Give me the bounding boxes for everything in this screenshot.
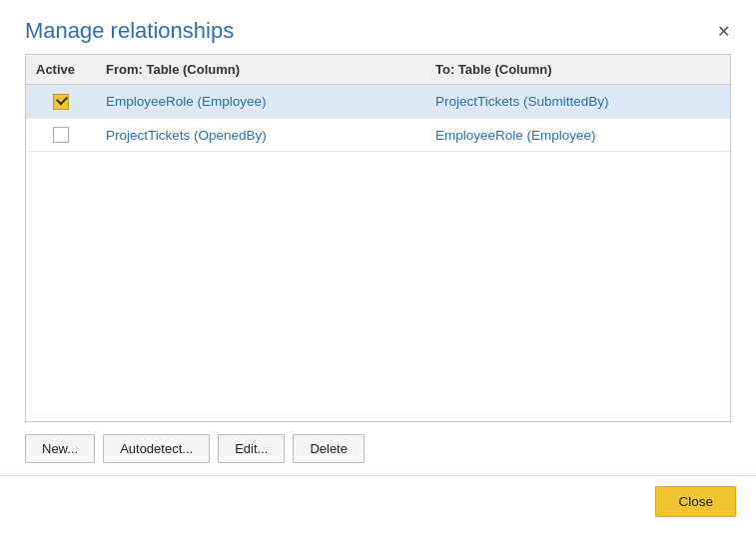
autodetect-button[interactable]: Autodetect... [103, 434, 210, 463]
relationships-table: Active From: Table (Column) To: Table (C… [26, 55, 730, 152]
from-cell: ProjectTickets (OpenedBy) [96, 118, 425, 151]
dialog-title: Manage relationships [25, 18, 234, 44]
table-row[interactable]: ProjectTickets (OpenedBy)EmployeeRole (E… [26, 118, 730, 151]
table-row[interactable]: EmployeeRole (Employee)ProjectTickets (S… [26, 85, 730, 118]
dialog-header: Manage relationships ✕ [0, 0, 756, 54]
delete-button[interactable]: Delete [293, 434, 365, 463]
to-cell: EmployeeRole (Employee) [425, 118, 730, 151]
active-cell [26, 85, 96, 118]
edit-button[interactable]: Edit... [218, 434, 285, 463]
checkbox-unchecked-icon [53, 127, 69, 143]
col-header-to: To: Table (Column) [425, 55, 730, 85]
close-icon[interactable]: ✕ [711, 22, 736, 42]
from-cell: EmployeeRole (Employee) [96, 85, 425, 118]
col-header-from: From: Table (Column) [96, 55, 425, 85]
active-cell [26, 118, 96, 151]
to-cell: ProjectTickets (SubmittedBy) [425, 85, 730, 118]
dialog-footer: Close [0, 475, 756, 533]
col-header-active: Active [26, 55, 96, 85]
table-header-row: Active From: Table (Column) To: Table (C… [26, 55, 730, 85]
manage-relationships-dialog: Manage relationships ✕ Active From: Tabl… [0, 0, 756, 533]
close-footer-button[interactable]: Close [655, 486, 736, 517]
relationships-table-container: Active From: Table (Column) To: Table (C… [25, 54, 731, 422]
checkbox-checked-icon [53, 94, 69, 110]
new-button[interactable]: New... [25, 434, 95, 463]
action-buttons: New... Autodetect... Edit... Delete [0, 422, 756, 475]
